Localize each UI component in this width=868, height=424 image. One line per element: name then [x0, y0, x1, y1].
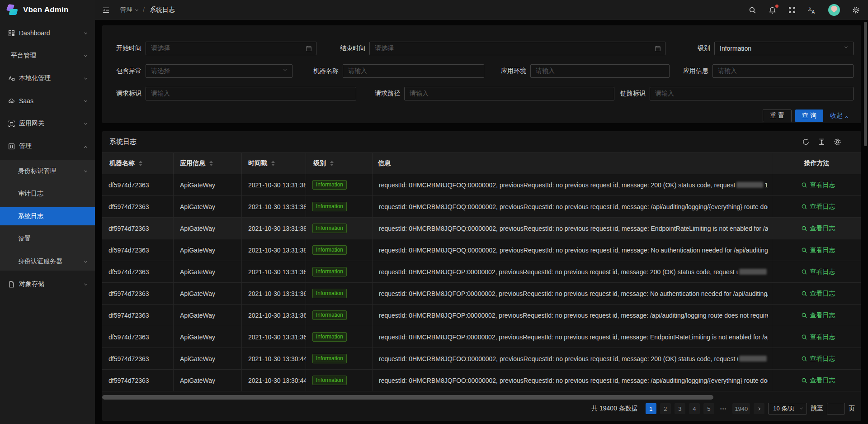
cloud-icon	[8, 97, 15, 105]
app-logo[interactable]: Vben Admin	[0, 0, 95, 20]
view-log-link[interactable]: 查看日志	[801, 181, 835, 189]
redacted-blur-block	[739, 356, 767, 362]
cell-level: Information	[306, 283, 373, 304]
filter-field-has-exception: 包含异常请选择	[109, 64, 292, 78]
next-page-button[interactable]	[754, 403, 764, 414]
table-row: df5974d72363ApiGateWay2021-10-30 13:31:3…	[102, 239, 861, 261]
level-select[interactable]: Information	[714, 42, 854, 55]
view-log-link[interactable]: 查看日志	[801, 246, 835, 254]
cell-app-info: ApiGateWay	[174, 348, 242, 369]
sidebar-item-system-log[interactable]: 系统日志	[0, 207, 95, 225]
grid-icon	[8, 29, 15, 37]
level-badge: Information	[312, 332, 347, 342]
column-header-3[interactable]: 时间戳	[242, 153, 306, 174]
chevron-down-icon	[844, 45, 848, 48]
view-log-link[interactable]: 查看日志	[801, 268, 835, 276]
sidebar-item-saas[interactable]: Saas	[0, 92, 95, 110]
column-header-2[interactable]: 应用信息	[174, 153, 242, 174]
sidebar-item-localization[interactable]: 本地化管理	[0, 69, 95, 87]
sidebar-item-object-storage[interactable]: 对象存储	[0, 275, 95, 293]
has-exception-select[interactable]: 请选择	[146, 64, 292, 78]
field-label: 结束时间	[333, 44, 365, 52]
view-log-link[interactable]: 查看日志	[801, 224, 835, 233]
log-message: requestId: 0HMCRBM8JQFOO:00000002, previ…	[379, 377, 768, 384]
sidebar-item-label: 系统日志	[18, 212, 43, 220]
field-label: 包含异常	[109, 67, 142, 75]
redacted-blur-block	[739, 269, 767, 275]
page-button-4[interactable]: 4	[689, 403, 700, 414]
view-log-link[interactable]: 查看日志	[801, 311, 835, 319]
page-button-1940[interactable]: 1940	[732, 403, 750, 414]
menu-fold-icon[interactable]	[102, 6, 110, 14]
sidebar: Vben Admin Dashboard平台管理本地化管理Saas应用网关管理身…	[0, 0, 95, 424]
page-button-5[interactable]: 5	[703, 403, 714, 414]
sort-carets-icon	[209, 161, 213, 166]
page-button-1[interactable]: 1	[646, 403, 656, 414]
column-header-1[interactable]: 机器名称	[102, 153, 174, 174]
sidebar-item-settings[interactable]: 设置	[0, 230, 95, 248]
cell-level: Information	[306, 218, 373, 239]
view-log-link[interactable]: 查看日志	[801, 203, 835, 211]
sort-carets-icon	[271, 161, 275, 166]
jump-page-input[interactable]	[827, 403, 845, 414]
sidebar-item-identity-mgmt[interactable]: 身份标识管理	[0, 162, 95, 180]
chevron-down-icon	[84, 76, 87, 79]
vertical-scrollbar-thumb[interactable]	[864, 22, 867, 146]
request-path-input[interactable]: 请输入	[404, 87, 614, 100]
settings-gear-icon[interactable]	[852, 6, 860, 14]
sidebar-item-audit-log[interactable]: 审计日志	[0, 185, 95, 203]
sidebar-item-app-gateway[interactable]: 应用网关	[0, 114, 95, 133]
row-height-icon[interactable]	[818, 138, 826, 146]
sidebar-item-auth-server[interactable]: 身份认证服务器	[0, 252, 95, 271]
end-time-input[interactable]: 请选择	[369, 42, 665, 55]
reset-button[interactable]: 重 置	[763, 110, 792, 122]
fullscreen-icon[interactable]	[788, 6, 796, 14]
view-log-link[interactable]: 查看日志	[801, 376, 835, 385]
sidebar-submenu: 身份标识管理审计日志系统日志设置身份认证服务器	[0, 160, 95, 271]
locale-translate-icon[interactable]: 文A	[808, 6, 816, 14]
table-row: df5974d72363ApiGateWay2021-10-30 13:31:3…	[102, 283, 861, 305]
app-env-input[interactable]: 请输入	[530, 64, 670, 78]
user-avatar[interactable]	[828, 4, 840, 16]
machine-name-input[interactable]: 请输入	[343, 64, 484, 78]
sidebar-item-management[interactable]: 管理	[0, 137, 95, 155]
view-log-link[interactable]: 查看日志	[801, 290, 835, 298]
page-size-select[interactable]: 10 条/页	[768, 403, 807, 414]
page-button-3[interactable]: 3	[675, 403, 685, 414]
column-settings-gear-icon[interactable]	[834, 138, 841, 146]
column-label: 级别	[313, 159, 326, 167]
log-message: requestId: 0HMCRBM8JQFOQ:00000002, previ…	[379, 181, 735, 189]
start-time-input[interactable]: 请选择	[146, 42, 316, 55]
sidebar-item-platform-mgmt[interactable]: 平台管理	[0, 47, 95, 65]
table-row: df5974d72363ApiGateWay2021-10-30 13:31:3…	[102, 174, 861, 196]
request-id-input[interactable]: 请输入	[146, 87, 356, 100]
cell-app-info: ApiGateWay	[174, 174, 242, 195]
cell-actions: 查看日志	[772, 326, 861, 348]
view-log-label: 查看日志	[810, 224, 835, 233]
chevron-right-icon	[757, 407, 760, 410]
cell-level: Information	[306, 326, 373, 348]
cell-machine-name: df5974d72363	[102, 174, 174, 195]
sidebar-item-dashboard[interactable]: Dashboard	[0, 24, 95, 42]
app-info-input[interactable]: 请输入	[712, 64, 854, 78]
page-button-2[interactable]: 2	[660, 403, 671, 414]
horizontal-scrollbar-thumb[interactable]	[102, 395, 713, 400]
search-button[interactable]: 查 询	[795, 110, 823, 122]
column-header-4[interactable]: 级别	[306, 153, 373, 174]
trace-id-input[interactable]: 请输入	[650, 87, 854, 100]
search-icon[interactable]	[749, 6, 756, 14]
refresh-icon[interactable]	[802, 138, 810, 146]
view-log-link[interactable]: 查看日志	[801, 355, 835, 363]
breadcrumb-section[interactable]: 管理	[120, 6, 138, 14]
page-ellipsis[interactable]: •••	[718, 403, 729, 414]
sidebar-item-label: Dashboard	[19, 29, 50, 37]
view-log-link[interactable]: 查看日志	[801, 333, 835, 341]
cell-level: Information	[306, 261, 373, 282]
field-placeholder: 请输入	[536, 67, 555, 75]
notification-bell-icon[interactable]	[769, 6, 776, 14]
cell-app-info: ApiGateWay	[174, 196, 242, 217]
filter-field-app-env: 应用环境请输入	[500, 64, 670, 78]
log-message: requestId: 0HMCRBM8JQFOO:00000002, previ…	[379, 355, 738, 362]
collapse-toggle[interactable]: 收起	[830, 112, 848, 120]
cell-machine-name: df5974d72363	[102, 348, 174, 369]
